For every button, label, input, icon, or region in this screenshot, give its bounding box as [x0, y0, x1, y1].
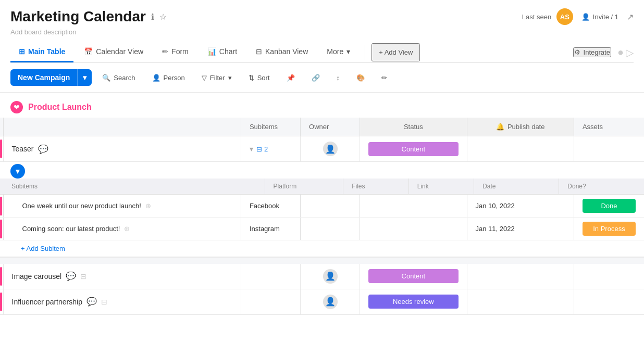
table-row: Influencer partnership 💬 ⊟ 👤 Needs revie…	[0, 289, 644, 314]
subitems-header-row: Subitems Platform Files Link Date Done?	[0, 179, 644, 195]
tab-main-table[interactable]: ⊞ Main Table	[10, 42, 73, 62]
expand-subitems-button[interactable]: ▼	[10, 164, 25, 179]
star-icon[interactable]: ☆	[159, 12, 167, 22]
subitem-done-badge[interactable]: In Process	[583, 222, 636, 236]
calendar-icon: 📅	[84, 47, 93, 56]
subitem-platform-cell: Instagram	[241, 218, 300, 240]
col-header-status: Status	[360, 118, 467, 136]
tab-bar: ⊞ Main Table 📅 Calendar View ✏ Form 📊 Ch…	[10, 42, 634, 63]
info-icon[interactable]: ℹ	[151, 12, 154, 22]
last-seen-label: Last seen AS	[522, 8, 573, 25]
subitem-badge: ⊟ 2	[256, 145, 268, 153]
table-row: Image carousel 💬 ⊟ 👤 Content	[0, 264, 644, 289]
edit-button[interactable]: ✏	[375, 70, 393, 85]
subitem-add-icon[interactable]: ⊕	[124, 225, 130, 233]
add-subitem-button[interactable]: + Add Subitem	[0, 240, 644, 257]
group-header: ❤ Product Launch	[0, 97, 644, 118]
color-button[interactable]: 🎨	[350, 70, 371, 85]
col-header-subitems: Subitems	[241, 118, 300, 136]
row-name-cell: Influencer partnership 💬 ⊟	[3, 289, 241, 314]
subitem-tree-icon[interactable]: ⊟	[101, 298, 107, 306]
group-title: Product Launch	[28, 103, 92, 112]
subitem-expand-arrow[interactable]: ▾	[250, 145, 253, 153]
link-icon: 🔗	[312, 74, 320, 82]
row-name-cell: Teaser 💬	[3, 136, 241, 162]
row-name-text: Influencer partnership	[12, 298, 82, 306]
sort-button[interactable]: ⇅ Sort	[242, 70, 276, 85]
row-owner-cell: 👤	[301, 136, 360, 162]
message-icon[interactable]: 💬	[86, 297, 97, 307]
subitem-row: Coming soon: our latest product! ⊕ Insta…	[0, 218, 644, 240]
invite-button[interactable]: 👤 Invite / 1	[581, 13, 618, 21]
tab-form[interactable]: ✏ Form	[154, 42, 197, 62]
add-subitem-row: + Add Subitem	[0, 240, 644, 258]
person-filter-button[interactable]: 👤 Person	[146, 70, 191, 85]
row-assets-cell	[574, 264, 644, 289]
subitem-row: One week until our new product launch! ⊕…	[0, 195, 644, 218]
subitem-date-cell: Jan 10, 2022	[467, 195, 574, 218]
row-height-icon: ↕	[337, 74, 340, 82]
subitem-done-badge[interactable]: Done	[583, 199, 636, 213]
subitem-name-cell: Coming soon: our latest product! ⊕	[3, 218, 241, 240]
avatar: AS	[556, 8, 573, 25]
subcol-header-link: Link	[408, 179, 474, 194]
integrate-icon: ⚙	[574, 48, 580, 56]
tab-divider	[365, 45, 365, 60]
new-campaign-dropdown-arrow[interactable]: ▾	[77, 69, 92, 86]
subitem-name: Coming soon: our latest product!	[22, 225, 120, 233]
integrate-button[interactable]: ⚙ Integrate	[573, 47, 611, 57]
search-button[interactable]: 🔍 Search	[96, 70, 141, 85]
row-status-cell[interactable]: Needs review	[360, 289, 467, 314]
row-subitems-cell	[241, 289, 300, 314]
message-icon[interactable]: 💬	[38, 144, 48, 154]
chevron-down-icon: ▾	[346, 47, 350, 56]
subitem-done-cell[interactable]: In Process	[574, 218, 644, 240]
status-badge[interactable]: Content	[368, 269, 458, 283]
row-publish-date-cell	[467, 264, 574, 289]
filter-dropdown-icon: ▾	[228, 74, 232, 82]
row-owner-cell: 👤	[301, 264, 360, 289]
row-subitems-cell	[241, 264, 300, 289]
message-icon[interactable]: 💬	[66, 271, 76, 281]
subitem-add-icon[interactable]: ⊕	[145, 202, 151, 210]
group-dot: ❤	[10, 101, 23, 113]
new-campaign-button[interactable]: New Campaign ▾	[10, 69, 92, 86]
tab-more[interactable]: More ▾	[318, 42, 358, 62]
col-header-assets: Assets	[574, 118, 644, 136]
link-icon-button[interactable]: 🔗	[305, 70, 326, 85]
expand-icon[interactable]: ▷	[626, 46, 634, 59]
row-height-button[interactable]: ↕	[330, 70, 346, 85]
add-view-button[interactable]: + Add View	[371, 43, 420, 61]
row-publish-date-cell	[467, 136, 574, 162]
user-circle-icon[interactable]: ●	[617, 46, 624, 58]
row-owner-cell: 👤	[301, 289, 360, 314]
status-badge[interactable]: Content	[368, 142, 458, 156]
filter-button[interactable]: ▽ Filter ▾	[195, 70, 238, 85]
row-status-cell[interactable]: Content	[360, 136, 467, 162]
status-badge[interactable]: Needs review	[368, 295, 458, 309]
row-status-cell[interactable]: Content	[360, 264, 467, 289]
tab-kanban[interactable]: ⊟ Kanban View	[247, 42, 316, 62]
subitem-tree-icon[interactable]: ⊟	[80, 272, 86, 281]
column-headers: Subitems Owner Status 🔔 Publish date	[0, 118, 644, 136]
board-description[interactable]: Add board description	[10, 28, 634, 36]
search-icon: 🔍	[102, 74, 110, 82]
tab-chart[interactable]: 📊 Chart	[199, 42, 245, 62]
kanban-icon: ⊟	[256, 47, 262, 56]
subcol-header-done: Done?	[559, 179, 644, 194]
trend-icon: ↗	[627, 12, 634, 22]
owner-avatar: 👤	[323, 142, 338, 156]
add-subitem-label: + Add Subitem	[21, 245, 65, 252]
tab-calendar-view[interactable]: 📅 Calendar View	[76, 42, 152, 62]
subcol-header-name: Subitems	[3, 179, 265, 194]
subitem-link-cell	[360, 195, 467, 218]
subitem-files-cell	[301, 218, 360, 240]
subitem-done-cell[interactable]: Done	[574, 195, 644, 218]
col-header-name	[3, 118, 241, 136]
pin-icon-button[interactable]: 📌	[280, 70, 301, 85]
pin-icon: 📌	[287, 74, 295, 82]
person-icon: 👤	[152, 74, 160, 82]
subcol-header-date: Date	[474, 179, 559, 194]
row-name-cell: Image carousel 💬 ⊟	[3, 264, 241, 289]
owner-avatar: 👤	[323, 295, 338, 309]
